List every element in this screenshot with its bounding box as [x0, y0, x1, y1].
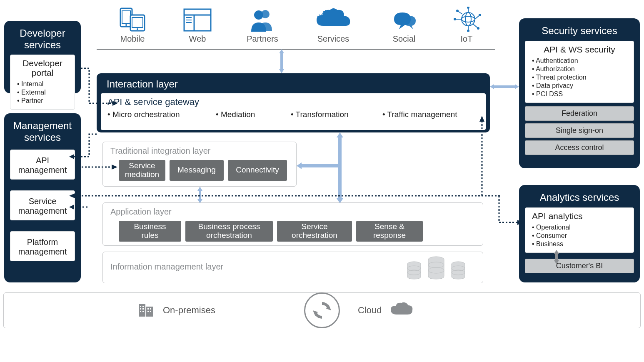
dotted-to-service-mgmt: [68, 204, 88, 210]
channel-label: Social: [375, 32, 433, 44]
api-management-card: API management: [10, 150, 75, 180]
analytics-item: Consumer: [532, 232, 629, 240]
channel-label: Web: [168, 32, 227, 44]
service-mediation-chip: Service mediation: [119, 160, 165, 181]
messaging-chip: Messaging: [170, 160, 224, 181]
services-icon: [304, 6, 362, 32]
channel-services: Services: [304, 6, 362, 44]
customers-bi-pill: Customer's BI: [525, 259, 634, 273]
on-premises-segment: On-premises: [137, 293, 215, 328]
api-ws-security-title: API & WS security: [529, 45, 629, 57]
svg-point-25: [479, 14, 481, 16]
application-layer: Application layer Business rules Busines…: [102, 202, 483, 246]
traditional-layer-title: Traditional integration layer: [109, 146, 290, 160]
channel-social: Social: [375, 6, 433, 44]
api-analytics-card: API analytics Operational Consumer Busin…: [525, 207, 634, 253]
developer-services-panel: Developer services Developer portal Inte…: [4, 21, 81, 93]
connectivity-chip: Connectivity: [228, 160, 287, 181]
svg-point-14: [462, 12, 475, 26]
channel-label: Partners: [233, 32, 292, 44]
business-process-orchestration-chip: Business process orchestration: [185, 221, 273, 242]
svg-rect-38: [139, 304, 145, 317]
svg-rect-49: [150, 311, 151, 312]
security-item: Data privacy: [532, 82, 629, 90]
svg-marker-57: [515, 84, 519, 89]
database-icon: [427, 256, 445, 280]
svg-marker-77: [517, 220, 523, 225]
security-services-title: Security services: [523, 22, 636, 41]
database-icons: [406, 256, 466, 280]
svg-rect-60: [338, 136, 342, 200]
gateway-item: Mediation: [216, 110, 287, 119]
dotted-to-analytics: [498, 192, 523, 226]
developer-services-title: Developer services: [8, 25, 77, 55]
channels-divider: [97, 49, 495, 50]
gateway-item: Transformation: [291, 110, 378, 119]
analytics-item: Business: [532, 240, 629, 248]
api-service-gateway-title: API & service gateway: [107, 97, 479, 110]
developer-portal-item: Partner: [17, 97, 70, 105]
arrow-analytics-bi: [552, 250, 561, 264]
analytics-item: Operational: [532, 223, 629, 232]
security-item: Authentication: [532, 57, 629, 65]
dotted-vertical-right: [479, 116, 485, 197]
security-services-panel: Security services API & WS security Auth…: [519, 18, 640, 168]
svg-rect-47: [150, 308, 151, 310]
social-icon: [375, 6, 433, 32]
svg-marker-74: [69, 193, 75, 198]
database-icon: [406, 261, 422, 280]
channel-label: IoT: [437, 32, 496, 44]
on-premises-label: On-premises: [163, 305, 215, 316]
svg-rect-45: [142, 311, 144, 312]
sso-pill: Single sign-on: [525, 123, 634, 138]
svg-point-2: [125, 24, 127, 26]
mobile-icon: [103, 6, 162, 32]
management-services-title: Management services: [8, 117, 77, 147]
svg-rect-39: [146, 307, 153, 317]
svg-marker-54: [279, 69, 284, 73]
service-management-card: Service management: [10, 190, 75, 220]
svg-marker-79: [69, 205, 74, 210]
svg-rect-48: [147, 311, 149, 312]
svg-marker-68: [554, 260, 559, 264]
iot-icon: [437, 6, 496, 32]
security-item: Threat protection: [532, 73, 629, 82]
analytics-services-title: Analytics services: [523, 189, 636, 207]
arrow-interaction-security: [490, 82, 519, 91]
developer-portal-card: Developer portal Internal External Partn…: [10, 55, 75, 110]
api-ws-security-list: Authentication Authorization Threat prot…: [529, 57, 629, 98]
svg-point-24: [454, 18, 456, 20]
channel-web: Web: [168, 6, 227, 44]
dotted-api-mgmt-to-traditional: [81, 164, 117, 170]
developer-portal-list: Internal External Partner: [15, 80, 70, 105]
federation-pill: Federation: [525, 106, 634, 121]
api-analytics-title: API analytics: [529, 211, 629, 223]
deployment-bar: On-premises Cloud: [3, 292, 641, 328]
svg-point-28: [467, 30, 469, 32]
database-icon: [450, 261, 466, 280]
svg-rect-53: [280, 52, 283, 70]
developer-portal-item: Internal: [17, 80, 70, 88]
svg-rect-42: [140, 308, 141, 310]
channel-iot: IoT: [437, 6, 496, 44]
web-icon: [168, 6, 227, 32]
api-service-gateway: API & service gateway Micro orchestratio…: [101, 93, 486, 130]
svg-rect-56: [493, 85, 516, 88]
channel-mobile: Mobile: [103, 6, 162, 44]
svg-rect-43: [142, 308, 144, 310]
interaction-layer: Interaction layer API & service gateway …: [97, 73, 490, 132]
dotted-horizontal-management-analytics: [68, 192, 502, 199]
api-ws-security-card: API & WS security Authentication Authori…: [525, 41, 634, 103]
channel-partners: Partners: [233, 6, 292, 44]
dotted-gateway-to-api-mgmt: [68, 133, 97, 159]
channel-label: Mobile: [103, 32, 162, 44]
svg-rect-40: [140, 306, 141, 307]
arrow-channels-interaction: [277, 49, 286, 73]
platform-management-card: Platform management: [10, 231, 75, 261]
buildings-icon: [137, 300, 155, 321]
svg-rect-44: [140, 311, 141, 312]
svg-rect-46: [147, 308, 149, 310]
svg-marker-76: [479, 116, 484, 122]
svg-point-27: [456, 10, 459, 12]
developer-portal-item: External: [17, 88, 70, 97]
